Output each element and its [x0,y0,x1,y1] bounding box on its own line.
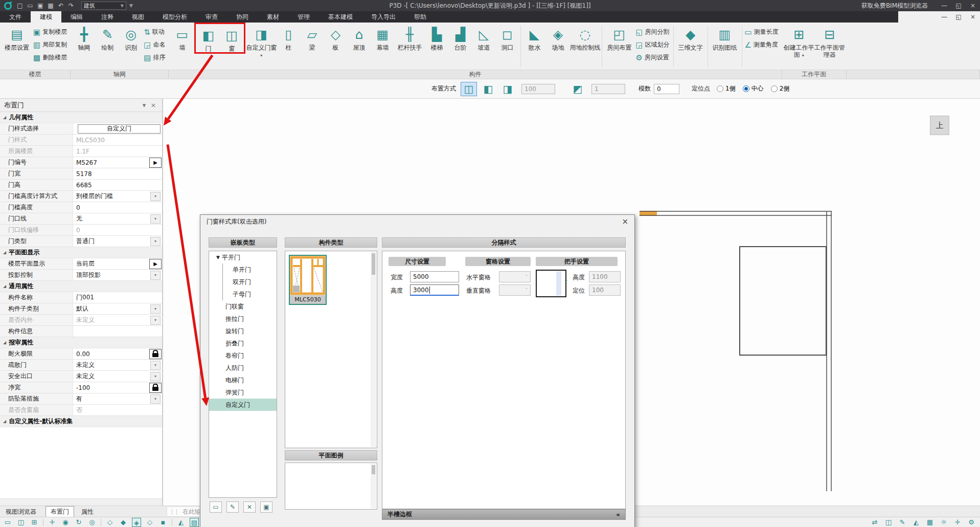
axis-grid-button[interactable]: ╋轴网 [72,23,96,51]
dialog-close-icon[interactable]: × [622,217,628,226]
restore-button[interactable]: ◱ [951,0,966,11]
column-button[interactable]: ▯柱 [277,23,300,51]
dropdown-icon[interactable]: ▾ [150,372,161,381]
apron-button[interactable]: ◣散水 [522,23,546,51]
tile-viewports-icon[interactable]: ◫ [16,518,26,527]
new-file-icon[interactable]: □ [15,2,25,9]
section-view-icon[interactable]: ◭ [176,518,186,527]
tree-item-door-window-combo[interactable]: 门联窗 [209,300,277,313]
panel-close-icon[interactable]: × [149,101,158,109]
linkage-button[interactable]: ⇅联动 [144,26,165,38]
menu-review[interactable]: 审查 [196,11,227,23]
create-workplane-button[interactable]: ⊞创建工作平面 ▾ [784,23,814,59]
anchor-radio-0[interactable]: 1侧 [717,84,736,93]
view-realistic-icon[interactable]: ◇ [145,518,154,527]
sync-view-icon[interactable]: ⇄ [870,518,879,527]
menu-view[interactable]: 视图 [123,11,153,23]
dropdown-icon[interactable]: ▾ [150,214,161,224]
door-style-select-button[interactable]: 自定义门 [78,124,161,134]
menu-material[interactable]: 素材 [258,11,288,23]
grid-display-icon[interactable]: ▦ [925,518,935,527]
delete-style-button[interactable]: ✕ [243,501,256,513]
property-value[interactable]: 自定义门 [73,123,162,134]
tree-item-custom-door[interactable]: 自定义门 [209,399,277,411]
dialog-title-bar[interactable]: 门窗样式库(双击选用) × [200,215,634,228]
dropdown-icon[interactable]: ▾ [150,361,161,370]
property-value[interactable]: 5178 [73,168,149,179]
mdi-close-button[interactable]: × [966,11,980,23]
tree-item-folding-door[interactable]: 折叠门 [209,337,277,349]
anchor-radio-1[interactable]: 中心 [743,84,764,93]
steps-button[interactable]: ▟台阶 [448,23,472,51]
ramp-button[interactable]: ◺坡道 [472,23,495,51]
anchor-radio-2[interactable]: 2侧 [771,84,790,93]
tree-item-revolving-door[interactable]: 旋转门 [209,325,277,337]
tree-item-elevator-door[interactable]: 电梯门 [209,374,277,386]
tree-item-swing-door[interactable]: ▼平开门 [209,251,277,264]
property-value[interactable]: -100 [73,382,149,393]
view-shaded-icon[interactable]: ◈ [132,518,141,527]
view-xray-icon[interactable]: ▪ [158,518,168,527]
beam-button[interactable]: ▱梁 [300,23,324,51]
property-value[interactable]: 未定义 [73,371,149,382]
promo-link[interactable]: 获取免费BIM模型浏览器 [861,2,928,10]
property-value[interactable]: 默认 [73,303,149,314]
room-settings-button[interactable]: ⚙房间设置 [635,51,669,64]
section-collapse-icon[interactable]: ◢ [3,115,6,120]
property-value[interactable]: 普通门 [73,236,149,247]
mode-axis-button[interactable]: ◧ [480,82,496,96]
tree-item-rolling-door[interactable]: 卷帘门 [209,349,277,362]
custom-door-window-button[interactable]: ◨自定义门窗 ▾ [246,23,277,59]
property-value[interactable]: 无 [73,213,149,224]
mdi-minimize-button[interactable]: — [937,11,951,23]
section-collapse-icon[interactable]: ◢ [3,419,6,424]
menu-collaborate[interactable]: 协同 [227,11,258,23]
workplane-manager-button[interactable]: ⊟工作平面管理器 [814,23,845,58]
undo-icon[interactable]: ↶ [56,2,66,9]
property-value[interactable]: 0 [73,202,149,213]
tree-item-double-door[interactable]: 双开门 [209,276,277,288]
dual-screen-icon[interactable]: ◫ [884,518,893,527]
lock-icon[interactable] [149,383,162,393]
dropdown-icon[interactable]: ▾ [150,304,161,314]
handle-pos-input[interactable]: 100 [589,284,621,296]
menu-edit[interactable]: 编辑 [61,11,92,23]
tab-properties[interactable]: 属性 [77,506,98,517]
open-file-icon[interactable]: ▭ [25,2,35,9]
groove-frame-bar[interactable]: 半槽边框 « [382,509,626,520]
curtain-wall-button[interactable]: ▦幕墙 [371,23,394,51]
mode-offset-button[interactable]: ◨ [499,82,516,96]
drag-grip-icon[interactable]: ⋮⋮ [169,509,178,515]
view-wireframe-icon[interactable]: ◇ [105,518,115,527]
handle-dropdown-icon[interactable]: ˅ [564,280,567,287]
component-list-scrollbar[interactable] [371,252,376,447]
door-button[interactable]: ◧门 [196,24,220,52]
handle-height-input[interactable]: 1100 [589,271,621,282]
mdi-restore-button[interactable]: ◱ [951,11,966,23]
delete-floor-button[interactable]: ▩删除楼层 [33,51,67,64]
menu-model-analysis[interactable]: 模型分析 [153,11,196,23]
site-control-line-button[interactable]: ◌用地控制线 [569,23,600,51]
brightness-icon[interactable]: ☼ [939,518,948,527]
sorting-button[interactable]: ▤排序 [144,51,165,64]
orbit-icon[interactable]: ↻ [74,518,83,527]
text-3d-button[interactable]: ◆三维文字 [675,23,706,51]
dropdown-icon[interactable]: ▾ [150,237,161,246]
sketch-mode-icon[interactable]: ✎ [898,518,907,527]
recognize-drawing-button[interactable]: ▥识别图纸 [710,23,740,51]
module-input[interactable]: 0 [654,84,679,94]
rename-style-button[interactable]: ▭ [210,501,222,513]
tab-place-door[interactable]: 布置门 [45,506,74,517]
menu-import-export[interactable]: 导入导出 [362,11,405,23]
settings-icon[interactable]: ⚙ [967,518,976,527]
zoom-window-icon[interactable]: ◎ [87,518,97,527]
menu-file[interactable]: 文件 [0,11,31,23]
h-pane-select[interactable]: ˅ [499,271,531,282]
style-thumbnail-mlc5030[interactable]: MLC5030 [289,255,327,305]
menu-help[interactable]: 帮助 [405,11,436,23]
property-value[interactable]: 到楼层的门槛 [73,191,149,202]
view-hidden-line-icon[interactable]: ◆ [119,518,128,527]
room-split-button[interactable]: ◱房间分割 [635,26,669,38]
tree-item-spring-door[interactable]: 弹簧门 [209,386,277,399]
wall-button[interactable]: ▭墙 [170,23,194,51]
